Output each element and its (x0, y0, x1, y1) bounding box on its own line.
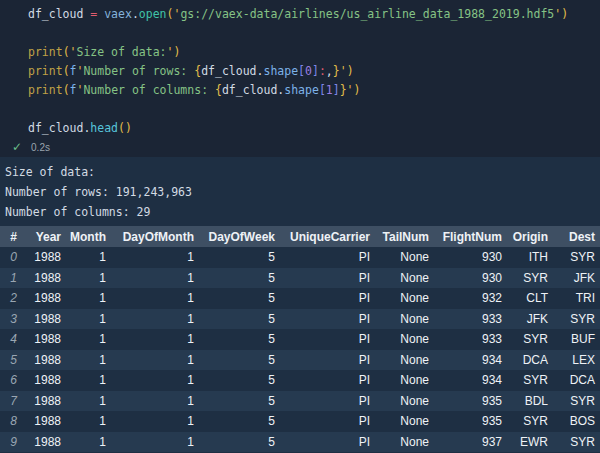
table-cell: 5 (199, 309, 280, 330)
table-cell: 1 (111, 288, 199, 309)
table-row: 01988115PINone930ITHSYR (0, 247, 600, 268)
table-cell: SYR (553, 247, 600, 268)
table-cell: 5 (199, 432, 280, 453)
code-token: Size of data: (76, 45, 166, 59)
table-cell: BDL (507, 391, 553, 412)
code-cell[interactable]: df_cloud = vaex.open('gs://vaex-data/air… (0, 0, 600, 157)
code-token: : (319, 64, 326, 78)
table-cell: 1 (66, 268, 111, 289)
code-token: df_cloud. (222, 83, 284, 97)
code-line: df_cloud = vaex.open('gs://vaex-data/air… (28, 7, 568, 21)
table-cell: PI (280, 432, 375, 453)
table-cell: 1 (66, 411, 111, 432)
table-cell: JFK (553, 268, 600, 289)
code-token: gs://vaex-data/airlines/us_airline_data_… (180, 7, 554, 21)
code-token: ] (312, 64, 319, 78)
table-cell: SYR (553, 432, 600, 453)
row-index-cell: 9 (0, 432, 22, 453)
table-row: 81988115PINone935SYRBOS (0, 411, 600, 432)
table-cell: None (375, 350, 434, 371)
table-cell: 1 (111, 309, 199, 330)
table-cell: 1988 (22, 350, 66, 371)
code-token: }') (340, 83, 361, 97)
table-cell: None (375, 411, 434, 432)
code-token: Number of columns: (83, 83, 215, 97)
table-cell: None (375, 329, 434, 350)
table-cell: 1 (66, 288, 111, 309)
table-cell: 937 (434, 432, 507, 453)
column-header: Dest (553, 226, 600, 247)
column-header: FlightNum (434, 226, 507, 247)
table-cell: 5 (199, 411, 280, 432)
table-cell: PI (280, 391, 375, 412)
table-row: 41988115PINone933SYRBUF (0, 329, 600, 350)
table-row: 21988115PINone932CLTTRI (0, 288, 600, 309)
row-index-cell: 7 (0, 391, 22, 412)
code-token: shape (284, 83, 319, 97)
table-cell: 933 (434, 329, 507, 350)
row-index-cell: 8 (0, 411, 22, 432)
row-index-cell: 0 (0, 247, 22, 268)
table-cell: 5 (199, 350, 280, 371)
code-token: df_cloud (28, 7, 90, 21)
code-token: (' (63, 45, 77, 59)
table-cell: LEX (553, 350, 600, 371)
table-cell: 1988 (22, 329, 66, 350)
table-row: 11988115PINone930SYRJFK (0, 268, 600, 289)
dataframe-table: #YearMonthDayOfMonthDayOfWeekUniqueCarri… (0, 226, 600, 452)
table-cell: CLT (507, 288, 553, 309)
column-header: Origin (507, 226, 553, 247)
table-cell: PI (280, 288, 375, 309)
code-token: vaex (104, 7, 132, 21)
table-cell: BUF (553, 329, 600, 350)
table-row: 61988115PINone934SYRDCA (0, 370, 600, 391)
table-cell: DCA (507, 350, 553, 371)
code-editor[interactable]: df_cloud = vaex.open('gs://vaex-data/air… (28, 5, 600, 138)
table-cell: SYR (507, 268, 553, 289)
code-token: open (139, 7, 167, 21)
table-cell: PI (280, 411, 375, 432)
table-cell: 1988 (22, 391, 66, 412)
table-cell: None (375, 391, 434, 412)
table-cell: 930 (434, 268, 507, 289)
code-line: print(f'Number of columns: {df_cloud.sha… (28, 83, 360, 97)
table-cell: 1 (66, 309, 111, 330)
table-cell: 1988 (22, 411, 66, 432)
code-token: shape (263, 64, 298, 78)
table-cell: 933 (434, 309, 507, 330)
code-token: . (132, 7, 139, 21)
column-header: DayOfWeek (199, 226, 280, 247)
table-cell: 1 (111, 432, 199, 453)
table-cell: PI (280, 247, 375, 268)
table-cell: PI (280, 309, 375, 330)
table-cell: 1 (66, 247, 111, 268)
table-header-row: #YearMonthDayOfMonthDayOfWeekUniqueCarri… (0, 226, 600, 247)
table-cell: ITH (507, 247, 553, 268)
code-line: print('Size of data:') (28, 45, 180, 59)
table-cell: 5 (199, 370, 280, 391)
code-token: , (326, 64, 333, 78)
table-row: 91988115PINone937EWRSYR (0, 432, 600, 453)
code-token: }') (333, 64, 354, 78)
table-cell: 1 (111, 350, 199, 371)
table-cell: TRI (553, 288, 600, 309)
row-index-cell: 5 (0, 350, 22, 371)
code-token: [ (319, 83, 326, 97)
table-cell: SYR (553, 391, 600, 412)
table-cell: 935 (434, 391, 507, 412)
table-cell: 1988 (22, 309, 66, 330)
table-cell: JFK (507, 309, 553, 330)
table-cell: PI (280, 350, 375, 371)
code-token: 1 (326, 83, 333, 97)
table-cell: 1 (66, 432, 111, 453)
table-cell: PI (280, 329, 375, 350)
table-cell: PI (280, 370, 375, 391)
table-cell: DCA (553, 370, 600, 391)
code-token: ] (333, 83, 340, 97)
notebook: df_cloud = vaex.open('gs://vaex-data/air… (0, 0, 600, 453)
output-text: Size of data: Number of rows: 191,243,96… (5, 162, 192, 222)
table-cell: 5 (199, 288, 280, 309)
column-header: TailNum (375, 226, 434, 247)
column-header: Year (22, 226, 66, 247)
code-token: f (70, 64, 77, 78)
